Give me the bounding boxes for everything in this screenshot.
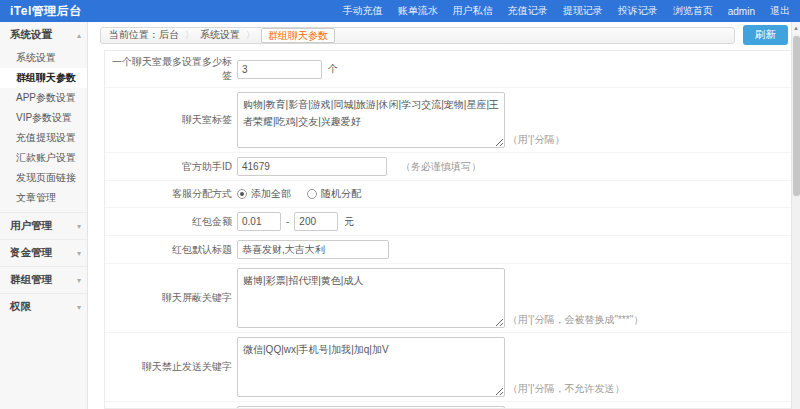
topmenu-item-0[interactable]: 手动充值 bbox=[343, 4, 383, 18]
topmenu-item-7[interactable]: admin bbox=[728, 6, 755, 17]
sidebar-item-0-4[interactable]: 充值提现设置 bbox=[0, 128, 87, 148]
sidebar-section-header-1[interactable]: 用户管理▾ bbox=[0, 213, 87, 239]
form-row-official-assistant-id: 官方助手ID（务必谨慎填写） bbox=[105, 152, 792, 180]
form-row-room-tags: 聊天室标签（用'|'分隔） bbox=[105, 87, 792, 152]
redpacket-amount-suffix: 元 bbox=[344, 215, 354, 229]
sidebar-section-header-2[interactable]: 资金管理▾ bbox=[0, 240, 87, 266]
room-tags-control: （用'|'分隔） bbox=[237, 92, 564, 148]
sidebar-section-1: 用户管理▾ bbox=[0, 212, 87, 239]
topmenu-item-4[interactable]: 提现记录 bbox=[563, 4, 603, 18]
form-row-service-assign-mode: 客服分配方式添加全部随机分配 bbox=[105, 180, 792, 207]
max-room-tags-input[interactable] bbox=[237, 60, 322, 79]
app-root: iTel管理后台 手动充值账单流水用户私信充值记录提现记录投诉记录浏览首页adm… bbox=[0, 0, 800, 409]
main-area: 系统设置▴系统设置群组聊天参数APP参数设置VIP参数设置充值提现设置汇款账户设… bbox=[0, 22, 800, 409]
radio-unchecked-icon[interactable] bbox=[307, 189, 317, 199]
topbar-menu: 手动充值账单流水用户私信充值记录提现记录投诉记录浏览首页admin退出 bbox=[328, 4, 790, 18]
sidebar-section-3: 群组管理▾ bbox=[0, 266, 87, 293]
sidebar-section-2: 资金管理▾ bbox=[0, 239, 87, 266]
breadcrumb-separator-icon: 〉 bbox=[185, 29, 194, 42]
sidebar-section-label: 权限 bbox=[10, 300, 31, 314]
sidebar-item-0-5[interactable]: 汇款账户设置 bbox=[0, 148, 87, 168]
redpacket-title-control bbox=[237, 240, 389, 259]
sidebar-item-0-2[interactable]: APP参数设置 bbox=[0, 88, 87, 108]
redpacket-amount-dash: - bbox=[286, 216, 289, 227]
max-room-tags-control: 个 bbox=[237, 60, 338, 79]
sidebar-item-0-7[interactable]: 文章管理 bbox=[0, 188, 87, 208]
room-tags-note: （用'|'分隔） bbox=[508, 133, 564, 147]
topmenu-item-2[interactable]: 用户私信 bbox=[453, 4, 493, 18]
redpacket-amount-label: 红包金额 bbox=[105, 215, 237, 229]
sidebar-items: 系统设置群组聊天参数APP参数设置VIP参数设置充值提现设置汇款账户设置发现页面… bbox=[0, 48, 87, 212]
topmenu-item-6[interactable]: 浏览首页 bbox=[673, 4, 713, 18]
blocked-keywords-textarea[interactable] bbox=[237, 268, 505, 328]
service-assign-mode-option-label-1: 随机分配 bbox=[321, 187, 361, 201]
topbar: iTel管理后台 手动充值账单流水用户私信充值记录提现记录投诉记录浏览首页adm… bbox=[0, 0, 800, 22]
redpacket-amount-min-input[interactable] bbox=[237, 212, 281, 231]
scrollbar-thumb[interactable] bbox=[793, 36, 800, 196]
content-area: 当前位置：后台〉系统设置〉群组聊天参数 刷新 一个聊天室最多设置多少标签个聊天室… bbox=[88, 22, 800, 409]
form-card: 一个聊天室最多设置多少标签个聊天室标签（用'|'分隔）官方助手ID（务必谨慎填写… bbox=[104, 50, 793, 409]
breadcrumb-item-0[interactable]: 系统设置 bbox=[200, 28, 240, 42]
sidebar-item-0-1[interactable]: 群组聊天参数 bbox=[0, 68, 87, 88]
service-assign-mode-label: 客服分配方式 bbox=[105, 187, 237, 201]
sidebar-item-0-3[interactable]: VIP参数设置 bbox=[0, 108, 87, 128]
official-assistant-id-label: 官方助手ID bbox=[105, 160, 237, 174]
form-row-blocked-keywords: 聊天屏蔽关键字（用'|'分隔，会被替换成"***"） bbox=[105, 263, 792, 332]
forbidden-keywords-label: 聊天禁止发送关键字 bbox=[105, 360, 237, 374]
topmenu-item-3[interactable]: 充值记录 bbox=[508, 4, 548, 18]
room-tags-label: 聊天室标签 bbox=[105, 113, 237, 127]
sidebar-section-label: 系统设置 bbox=[10, 28, 52, 42]
redpacket-title-input[interactable] bbox=[237, 240, 389, 259]
max-room-tags-label: 一个聊天室最多设置多少标签 bbox=[105, 55, 237, 83]
sidebar-section-header-0[interactable]: 系统设置▴ bbox=[0, 22, 87, 48]
chevron-down-icon: ▾ bbox=[77, 303, 81, 312]
form-row-redpacket-amount: 红包金额-元 bbox=[105, 207, 792, 235]
sidebar-section-4: 权限▾ bbox=[0, 293, 87, 320]
breadcrumb: 当前位置：后台〉系统设置〉群组聊天参数 bbox=[100, 27, 735, 44]
sidebar-section-header-3[interactable]: 群组管理▾ bbox=[0, 267, 87, 293]
chevron-down-icon: ▾ bbox=[77, 276, 81, 285]
redpacket-amount-control: -元 bbox=[237, 212, 354, 231]
official-assistant-id-control: （务必谨慎填写） bbox=[237, 157, 481, 176]
topmenu-item-8[interactable]: 退出 bbox=[770, 4, 790, 18]
sidebar-item-0-0[interactable]: 系统设置 bbox=[0, 48, 87, 68]
form-row-max-room-tags: 一个聊天室最多设置多少标签个 bbox=[105, 51, 792, 87]
service-assign-mode-option-label-0: 添加全部 bbox=[251, 187, 291, 201]
sidebar-section-0: 系统设置▴系统设置群组聊天参数APP参数设置VIP参数设置充值提现设置汇款账户设… bbox=[0, 22, 87, 212]
blocked-keywords-control: （用'|'分隔，会被替换成"***"） bbox=[237, 268, 643, 328]
room-tags-textarea[interactable] bbox=[237, 92, 505, 148]
sidebar-section-label: 资金管理 bbox=[10, 246, 52, 260]
scrollbar[interactable]: ▴ bbox=[791, 22, 800, 409]
redpacket-title-label: 红包默认标题 bbox=[105, 243, 237, 257]
forbidden-keywords-textarea[interactable] bbox=[237, 337, 505, 397]
service-assign-mode-control: 添加全部随机分配 bbox=[237, 185, 377, 203]
breadcrumb-separator-icon: 〉 bbox=[246, 29, 255, 42]
sidebar-section-header-4[interactable]: 权限▾ bbox=[0, 294, 87, 320]
topmenu-item-1[interactable]: 账单流水 bbox=[398, 4, 438, 18]
forbidden-keywords-control: （用'|'分隔，不允许发送） bbox=[237, 337, 624, 397]
service-assign-mode-option-0[interactable]: 添加全部 bbox=[237, 187, 291, 201]
blocked-keywords-label: 聊天屏蔽关键字 bbox=[105, 291, 237, 305]
toolbar: 当前位置：后台〉系统设置〉群组聊天参数 刷新 bbox=[88, 22, 800, 48]
form-row-forbidden-keywords: 聊天禁止发送关键字（用'|'分隔，不允许发送） bbox=[105, 332, 792, 401]
chevron-down-icon: ▾ bbox=[77, 222, 81, 231]
service-assign-mode-option-1[interactable]: 随机分配 bbox=[307, 187, 361, 201]
official-assistant-id-note: （务必谨慎填写） bbox=[401, 160, 481, 174]
form-row-redpacket-title: 红包默认标题 bbox=[105, 235, 792, 263]
refresh-button[interactable]: 刷新 bbox=[743, 25, 788, 45]
scroll-up-icon[interactable]: ▴ bbox=[792, 22, 800, 34]
sidebar-section-label: 群组管理 bbox=[10, 273, 52, 287]
redpacket-amount-max-input[interactable] bbox=[294, 212, 338, 231]
radio-checked-icon[interactable] bbox=[237, 189, 247, 199]
max-room-tags-suffix: 个 bbox=[328, 62, 338, 76]
chevron-up-icon: ▴ bbox=[77, 31, 81, 40]
sidebar-item-0-6[interactable]: 发现页面链接 bbox=[0, 168, 87, 188]
blocked-keywords-note: （用'|'分隔，会被替换成"***"） bbox=[508, 313, 643, 327]
breadcrumb-item-1[interactable]: 群组聊天参数 bbox=[261, 28, 335, 43]
brand-title: iTel管理后台 bbox=[10, 3, 82, 20]
breadcrumb-prefix: 当前位置：后台 bbox=[109, 28, 179, 42]
forbidden-keywords-note: （用'|'分隔，不允许发送） bbox=[508, 382, 624, 396]
topmenu-item-5[interactable]: 投诉记录 bbox=[618, 4, 658, 18]
chevron-down-icon: ▾ bbox=[77, 249, 81, 258]
official-assistant-id-input[interactable] bbox=[237, 157, 387, 176]
